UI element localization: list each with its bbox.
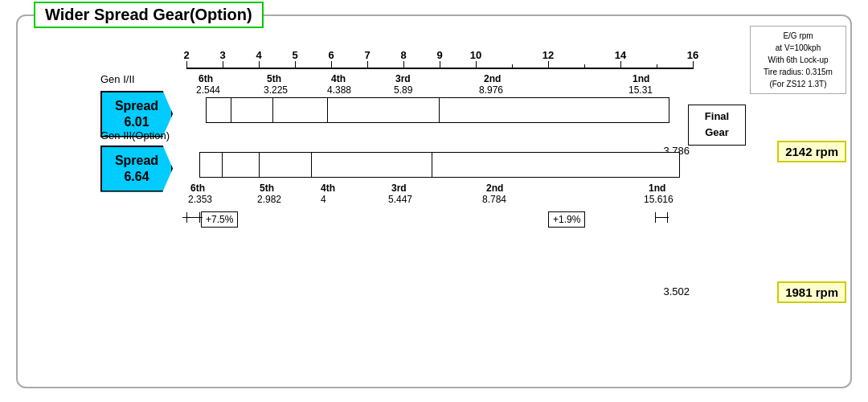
annotation-left-text: +7.5% <box>206 214 233 225</box>
gen3-seg-6th <box>200 153 223 177</box>
info-line1: E/G rpm <box>755 30 841 42</box>
annotation-left: +7.5% <box>201 211 238 228</box>
gen3-4th-label: 4th <box>321 183 335 194</box>
gen3-2nd-ratio: 8.784 <box>482 194 506 205</box>
annotation-right: +1.9% <box>548 211 585 228</box>
arrow-left-vert2 <box>199 212 200 223</box>
rpm-val2: 1981 rpm <box>785 285 838 299</box>
gen3-5th-label: 5th <box>260 183 274 194</box>
gen1-1nd-ratio: 15.31 <box>628 84 653 96</box>
gen1-1nd-label: 1nd <box>633 73 649 84</box>
info-line3: With 6th Lock-up <box>755 54 841 66</box>
gen1-6th-label: 6th <box>199 73 213 84</box>
gen3-gear-bar <box>199 152 680 178</box>
gen1-5th-ratio: 3.225 <box>264 84 288 96</box>
final-gear-label2: Gear <box>697 125 737 142</box>
gen3-seg-4th <box>260 153 312 177</box>
gen1-2nd-label: 2nd <box>484 73 501 84</box>
info-line4: Tire radius: 0.315m <box>755 66 841 78</box>
gen1-5th-label: 5th <box>267 73 281 84</box>
gen3-6th-label: 6th <box>190 183 205 194</box>
gen1-seg-6th <box>207 98 231 122</box>
gen3-5th-ratio: 2.982 <box>257 194 281 205</box>
gen1-seg-2nd <box>440 98 669 122</box>
gen1-4th-ratio: 4.388 <box>327 84 351 96</box>
gen3-3rd-ratio: 5.447 <box>388 194 412 205</box>
spread2-line1: Spread <box>115 153 158 168</box>
gen1-gear-bar <box>206 97 669 123</box>
gen1-seg-5th <box>231 98 273 122</box>
main-container: Wider Spread Gear(Option) E/G rpm at V=1… <box>16 14 852 388</box>
gen3-3rd-label: 3rd <box>391 183 407 194</box>
spread2-line2: 6.64 <box>115 169 158 184</box>
gen1-seg-3rd <box>328 98 440 122</box>
gen1-seg-4th <box>273 98 328 122</box>
gen1-3rd-ratio: 5.89 <box>394 84 412 96</box>
gen1-label: Gen I/II <box>100 73 135 85</box>
gen3-4th-ratio: 4 <box>321 194 326 205</box>
scale-bar: 2 3 4 5 6 7 8 9 10 12 14 16 <box>186 47 717 69</box>
spread-badge-2: Spread 6.64 <box>100 146 173 192</box>
gen3-label: Gen III(Option) <box>100 129 170 142</box>
gen3-seg-3rd <box>312 153 432 177</box>
gen3-1nd-ratio: 15.616 <box>644 194 674 205</box>
final-gear-box: Final Gear <box>688 105 746 146</box>
info-box: E/G rpm at V=100kph With 6th Lock-up Tir… <box>750 26 846 94</box>
gen3-1nd-label: 1nd <box>649 183 665 194</box>
gen3-6th-ratio: 2.353 <box>188 194 212 205</box>
annotation-right-text: +1.9% <box>553 214 580 225</box>
dash2 <box>182 217 186 218</box>
gen1-4th-label: 4th <box>331 73 346 84</box>
final-gear-val2: 3.502 <box>663 285 690 297</box>
gen1-6th-ratio: 2.544 <box>196 84 220 96</box>
arrow-right-vert2 <box>667 212 668 223</box>
gen3-seg-2nd <box>432 153 679 177</box>
rpm-box-1: 2142 rpm <box>777 141 846 162</box>
gen1-3rd-label: 3rd <box>395 73 411 84</box>
spread1-line2: 6.01 <box>115 114 158 129</box>
rpm-val1: 2142 rpm <box>785 145 838 158</box>
gen3-seg-5th <box>223 153 260 177</box>
gen1-2nd-ratio: 8.976 <box>479 84 503 96</box>
rpm-box-2: 1981 rpm <box>777 281 846 303</box>
chart-title: Wider Spread Gear(Option) <box>34 2 264 28</box>
arrow-right-vert1 <box>655 212 656 223</box>
info-line2: at V=100kph <box>755 42 841 54</box>
final-gear-label1: Final <box>697 109 737 125</box>
info-line5: (For ZS12 1.3T) <box>755 78 841 90</box>
arrow-left-line <box>186 217 203 218</box>
spread1-line1: Spread <box>115 98 158 113</box>
gen3-2nd-label: 2nd <box>486 183 503 194</box>
